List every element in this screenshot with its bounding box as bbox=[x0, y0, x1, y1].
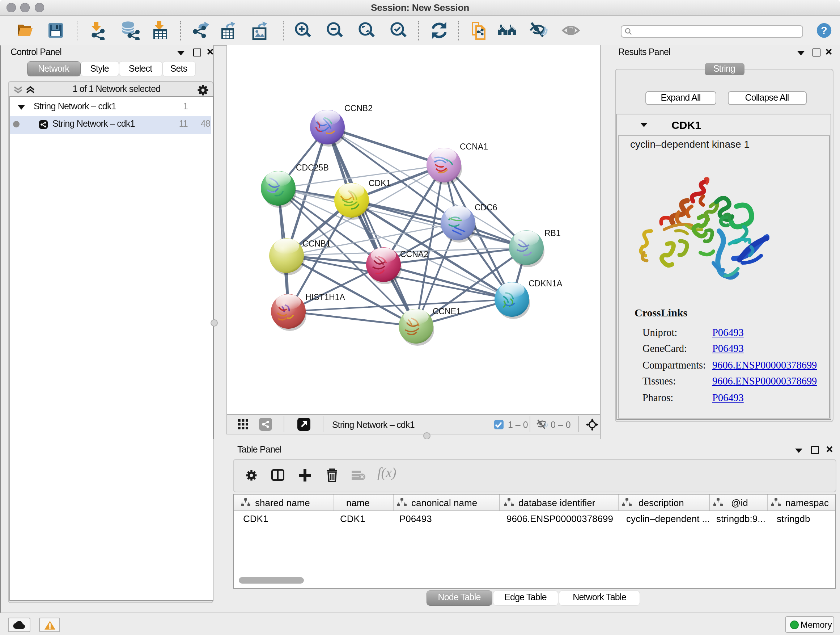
svg-text:CCNB2: CCNB2 bbox=[344, 103, 373, 113]
svg-text:HIST1H1A: HIST1H1A bbox=[305, 293, 346, 302]
svg-text:CDC6: CDC6 bbox=[475, 203, 497, 212]
svg-text:CCNB1: CCNB1 bbox=[302, 239, 331, 249]
svg-text:CCNE1: CCNE1 bbox=[433, 307, 461, 316]
svg-text:RB1: RB1 bbox=[545, 228, 561, 238]
svg-text:CDKN1A: CDKN1A bbox=[529, 279, 562, 288]
svg-text:?: ? bbox=[821, 24, 827, 36]
svg-text:CDK1: CDK1 bbox=[369, 179, 391, 188]
svg-text:CCNA2: CCNA2 bbox=[400, 249, 428, 259]
svg-text:CCNA1: CCNA1 bbox=[460, 142, 488, 151]
svg-text:CDC25B: CDC25B bbox=[296, 163, 329, 172]
